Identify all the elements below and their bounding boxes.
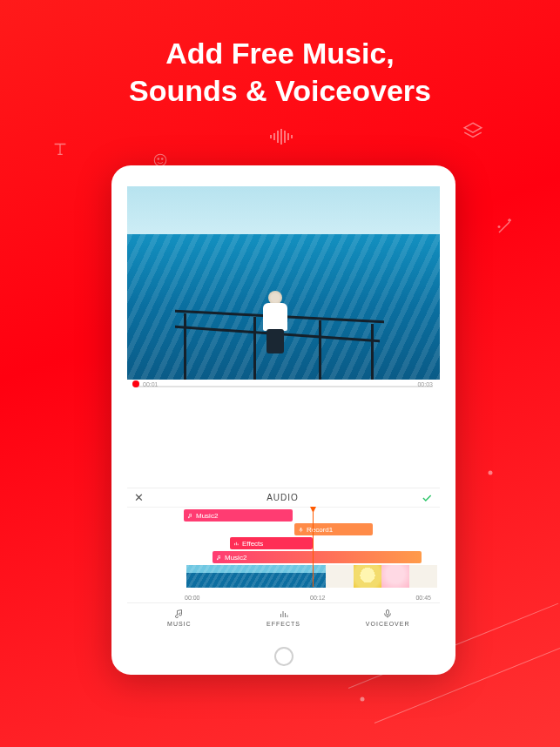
track-effects[interactable]: Effects — [230, 537, 313, 549]
svg-rect-13 — [236, 542, 237, 545]
ruler-tick: 00:45 — [415, 595, 431, 601]
tab-label: VOICEOVER — [366, 621, 410, 627]
bottom-tabs: MUSIC EFFECTS VOICEOVER — [127, 602, 440, 632]
svg-point-1 — [158, 158, 159, 160]
svg-point-11 — [489, 471, 493, 475]
progress-start: 00:01 — [143, 381, 159, 387]
audio-panel-header: ✕ AUDIO — [127, 488, 440, 507]
svg-point-10 — [361, 697, 365, 702]
svg-rect-5 — [277, 131, 279, 143]
panel-title: AUDIO — [267, 493, 299, 502]
track-music2-b[interactable]: Music2 — [213, 551, 422, 563]
music-note-icon — [187, 513, 193, 519]
svg-rect-14 — [238, 543, 239, 545]
clip-thumbnails[interactable] — [186, 565, 433, 588]
svg-point-2 — [162, 158, 164, 160]
headline-line-1: Add Free Music, — [0, 35, 560, 72]
tab-label: MUSIC — [167, 621, 192, 627]
audio-tracks[interactable]: Music2 Record1 Effects Music2 — [127, 507, 440, 602]
track-record1[interactable]: Record1 — [294, 523, 373, 535]
tab-voiceover[interactable]: VOICEOVER — [335, 603, 440, 632]
tablet-frame: 00:01 00:03 ✕ AUDIO Music2 — [111, 165, 455, 675]
svg-rect-7 — [284, 131, 286, 143]
dot-icon — [360, 697, 365, 702]
dot-icon — [488, 470, 493, 475]
track-label: Record1 — [307, 526, 333, 534]
timeline-playhead[interactable] — [313, 508, 314, 587]
svg-rect-15 — [387, 610, 389, 616]
headline-line-2: Sounds & Voiceovers — [0, 72, 560, 110]
progress-bar[interactable]: 00:01 00:03 — [127, 380, 440, 390]
music-note-icon — [174, 609, 185, 619]
home-button[interactable] — [274, 647, 293, 666]
svg-rect-4 — [273, 133, 275, 140]
layers-icon — [462, 120, 484, 143]
promo-background: Add Free Music, Sounds & Voiceovers 00:0… — [0, 0, 560, 747]
svg-rect-9 — [291, 135, 293, 138]
ruler-tick: 00:00 — [185, 595, 200, 601]
confirm-button[interactable] — [421, 492, 433, 504]
waveform-icon — [270, 129, 296, 145]
progress-end: 00:03 — [417, 381, 433, 387]
track-label: Effects — [242, 540, 263, 548]
svg-point-0 — [154, 154, 166, 166]
track-music2[interactable]: Music2 — [184, 509, 293, 522]
headline: Add Free Music, Sounds & Voiceovers — [0, 35, 560, 109]
ruler-tick: 00:12 — [310, 595, 326, 601]
track-label: Music2 — [225, 554, 246, 562]
tab-music[interactable]: MUSIC — [127, 603, 232, 632]
mic-icon — [382, 609, 393, 619]
close-button[interactable]: ✕ — [134, 491, 145, 504]
svg-rect-8 — [287, 133, 289, 140]
svg-rect-12 — [234, 542, 235, 544]
equalizer-icon — [233, 541, 240, 547]
music-note-icon — [216, 555, 222, 561]
video-preview[interactable] — [127, 186, 440, 380]
svg-rect-6 — [280, 129, 282, 145]
equalizer-icon — [279, 609, 289, 619]
tab-effects[interactable]: EFFECTS — [232, 603, 336, 632]
mic-icon — [298, 527, 304, 533]
text-icon — [51, 139, 70, 158]
svg-rect-3 — [270, 135, 272, 138]
tab-label: EFFECTS — [267, 621, 300, 627]
playhead-dot[interactable] — [132, 380, 139, 387]
app-screen: 00:01 00:03 ✕ AUDIO Music2 — [127, 186, 440, 642]
track-label: Music2 — [196, 512, 218, 520]
magic-wand-icon — [495, 216, 516, 237]
